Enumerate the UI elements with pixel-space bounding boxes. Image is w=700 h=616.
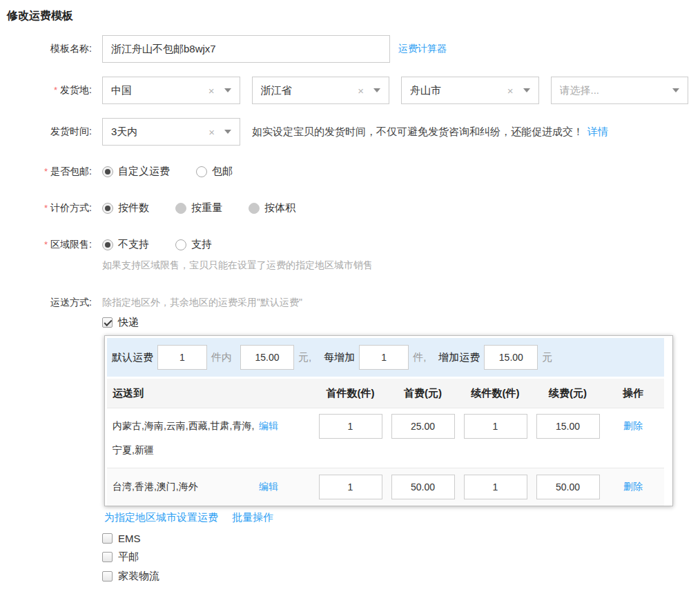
batch-operation-link[interactable]: 批量操作 [232, 511, 273, 523]
checkbox-checked-icon[interactable] [102, 317, 113, 328]
required-asterisk: * [44, 166, 48, 177]
radio-checked-icon[interactable] [102, 203, 113, 214]
origin-country-select[interactable]: 中国 × [102, 77, 240, 104]
carrier-home-logistics-label: 家装物流 [118, 570, 159, 583]
default-qty-input[interactable] [157, 345, 207, 370]
panel-links: 为指定地区城市设置运费 批量操作 [104, 511, 700, 524]
incr-fee-input[interactable] [484, 345, 538, 370]
clear-icon[interactable]: × [208, 127, 215, 137]
clear-icon[interactable]: × [507, 86, 514, 96]
chevron-down-icon[interactable] [224, 88, 231, 92]
required-asterisk: * [54, 85, 57, 95]
pricing-method-label: *计价方式: [7, 202, 102, 215]
header-ship-to: 运送到 [107, 387, 259, 400]
page-title: 修改运费模板 [7, 9, 700, 23]
checkbox-unchecked-icon[interactable] [102, 571, 113, 582]
carrier-express-label: 快递 [118, 316, 139, 329]
origin-district-select[interactable]: 请选择... [551, 77, 689, 104]
carrier-ems-row[interactable]: EMS [102, 533, 700, 544]
detail-link[interactable]: 详情 [587, 126, 608, 139]
header-first-qty: 首件数(件) [314, 387, 387, 400]
origin-city-value: 舟山市 [410, 84, 507, 97]
first-fee-input[interactable] [391, 414, 455, 439]
region-limit-row: *区域限售: 不支持 支持 [7, 238, 700, 251]
chevron-down-icon[interactable] [224, 130, 231, 134]
edit-link[interactable]: 编辑 [259, 481, 278, 492]
origin-province-select[interactable]: 浙江省 × [252, 77, 390, 104]
template-name-input[interactable] [102, 35, 390, 63]
free-shipping-label: *是否包邮: [7, 166, 102, 178]
radio-option-by-weight: 按重量 [175, 201, 222, 215]
required-asterisk: * [44, 203, 48, 213]
radio-unchecked-icon[interactable] [196, 166, 207, 177]
radio-unchecked-icon[interactable] [175, 239, 186, 250]
checkbox-unchecked-icon[interactable] [102, 533, 113, 544]
radio-option-free-shipping[interactable]: 包邮 [196, 165, 233, 178]
clear-icon[interactable]: × [358, 86, 364, 96]
shipping-method-label: 运送方式: [7, 297, 102, 309]
delivery-time-label: 发货时间: [7, 126, 102, 138]
delivery-time-value: 3天内 [111, 126, 208, 139]
shipping-method-row: 运送方式: 除指定地区外，其余地区的运费采用"默认运费" [7, 297, 700, 309]
header-first-fee: 首费(元) [387, 387, 459, 400]
fee-table-header: 运送到 首件数(件) 首费(元) 续件数(件) 续费(元) 操作 [107, 379, 664, 408]
default-fee-input[interactable] [240, 345, 294, 370]
renew-qty-input[interactable] [464, 414, 527, 439]
origin-city-select[interactable]: 舟山市 × [401, 77, 539, 104]
shipping-method-hint: 除指定地区外，其余地区的运费采用"默认运费" [102, 297, 302, 309]
radio-disabled-icon [175, 203, 186, 214]
first-fee-input[interactable] [391, 475, 455, 499]
chevron-down-icon[interactable] [672, 88, 679, 92]
header-operation: 操作 [604, 387, 662, 400]
carrier-surface-mail-row[interactable]: 平邮 [102, 550, 700, 564]
radio-checked-icon[interactable] [102, 239, 113, 250]
chevron-down-icon[interactable] [523, 88, 530, 92]
edit-shipping-template-page: 修改运费模板 模板名称: 运费计算器 *发货地: 中国 × 浙江省 × 舟山市 … [0, 0, 700, 583]
origin-province-value: 浙江省 [261, 84, 358, 97]
origin-row: *发货地: 中国 × 浙江省 × 舟山市 × 请选择... [7, 77, 700, 104]
edit-link[interactable]: 编辑 [259, 420, 278, 431]
checkbox-unchecked-icon[interactable] [102, 552, 113, 562]
first-qty-input[interactable] [319, 414, 382, 439]
express-fee-panel: 默认运费 件内 元, 每增加 件, 增加运费 元 运送到 首件数(件) 首费(元… [104, 335, 673, 506]
first-qty-input[interactable] [319, 475, 382, 499]
delete-link[interactable]: 删除 [623, 414, 643, 438]
radio-checked-icon[interactable] [102, 166, 113, 177]
region-limit-hint: 如果支持区域限售，宝贝只能在设置了运费的指定地区城市销售 [102, 259, 700, 272]
radio-option-by-volume: 按体积 [249, 201, 295, 215]
delivery-time-hint: 如实设定宝贝的发货时间，不仅可避免发货咨询和纠纷，还能促进成交！ [252, 126, 583, 139]
renew-qty-input[interactable] [464, 475, 527, 499]
radio-option-support[interactable]: 支持 [175, 238, 212, 251]
incr-fee-unit: 元 [542, 351, 552, 364]
required-asterisk: * [44, 239, 48, 250]
template-name-row: 模板名称: 运费计算器 [7, 35, 700, 63]
set-region-fee-link[interactable]: 为指定地区城市设置运费 [104, 511, 218, 523]
template-name-label: 模板名称: [7, 43, 102, 55]
radio-option-not-support[interactable]: 不支持 [102, 238, 149, 251]
origin-district-placeholder: 请选择... [560, 84, 673, 97]
default-qty-unit: 件内 [211, 351, 232, 364]
shipping-method-content: 快递 默认运费 件内 元, 每增加 件, 增加运费 元 运送到 首件数(件) [102, 316, 700, 583]
delete-link[interactable]: 删除 [623, 475, 643, 499]
table-row: 台湾,香港,澳门,海外 编辑 删除 [107, 468, 664, 506]
carrier-express-row[interactable]: 快递 [102, 316, 700, 329]
freight-calculator-link[interactable]: 运费计算器 [398, 43, 447, 55]
row-region-text: 内蒙古,海南,云南,西藏,甘肃,青海,宁夏,新疆 [107, 414, 259, 462]
radio-option-by-piece[interactable]: 按件数 [102, 201, 149, 215]
carrier-home-logistics-row[interactable]: 家装物流 [102, 570, 700, 583]
delivery-time-select[interactable]: 3天内 × [102, 118, 240, 146]
renew-fee-input[interactable] [536, 414, 600, 439]
incr-qty-input[interactable] [359, 345, 409, 370]
free-shipping-row: *是否包邮: 自定义运费 包邮 [7, 165, 700, 178]
clear-icon[interactable]: × [208, 86, 215, 96]
radio-option-custom-freight[interactable]: 自定义运费 [102, 165, 170, 178]
renew-fee-input[interactable] [536, 475, 600, 499]
pricing-method-row: *计价方式: 按件数 按重量 按体积 [7, 201, 700, 215]
default-fee-row: 默认运费 件内 元, 每增加 件, 增加运费 元 [107, 338, 664, 377]
row-region-text: 台湾,香港,澳门,海外 [107, 475, 259, 499]
region-limit-label: *区域限售: [7, 239, 102, 251]
default-fee-unit: 元, [298, 351, 311, 364]
chevron-down-icon[interactable] [373, 88, 380, 92]
header-renew-fee: 续费(元) [532, 387, 604, 400]
incr-qty-unit: 件, [413, 351, 426, 364]
